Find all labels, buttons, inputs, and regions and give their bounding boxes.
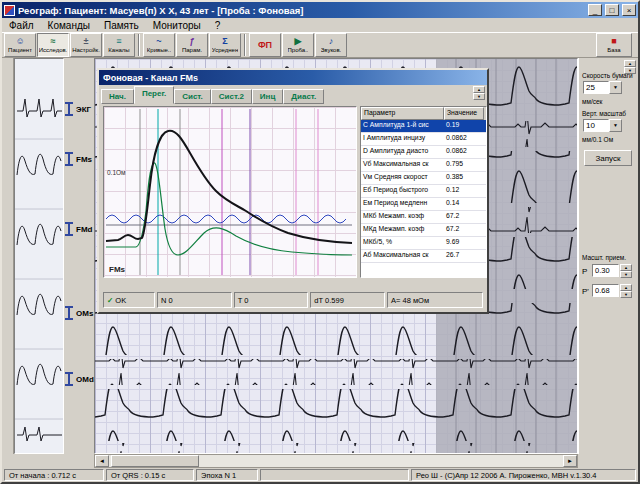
toolbar-sound-button[interactable]: ♪ Звуков. xyxy=(315,33,347,57)
scrollbar-thumb[interactable] xyxy=(111,455,199,467)
param-name: Еб Период быстрого xyxy=(361,185,444,197)
status-app-info: Рео Ш - (С)Апр 12 2006 А. Пироженко, МВН… xyxy=(411,469,636,481)
scroll-corner-right xyxy=(578,454,638,468)
toolbar-curves-button[interactable]: ~ Кривые.. xyxy=(143,33,175,57)
status-from-start: От начала : 0.712 с xyxy=(4,469,104,481)
param-value: 0.795 xyxy=(444,159,484,171)
toolbar-settings-button[interactable]: ± Настройк. xyxy=(70,33,102,57)
horizontal-scrollbar[interactable]: ◄ ► xyxy=(94,454,578,468)
toolbar-settings-label: Настройк. xyxy=(72,47,100,54)
param-value: 0.0862 xyxy=(444,133,484,145)
tab-sist[interactable]: Сист. xyxy=(174,89,211,104)
patient-icon: ☺ xyxy=(15,36,24,47)
table-row[interactable]: С Амплитуда 1-й сис0.19 xyxy=(361,120,486,133)
channel-label-column: ЭКГ FMs FMd OMs OMd xyxy=(64,58,94,454)
table-row[interactable]: Ем Период медленн0.14 xyxy=(361,198,486,211)
paper-speed-select[interactable]: 25 ▼ xyxy=(583,81,622,94)
menu-memory[interactable]: Память xyxy=(97,20,146,31)
bracket-icon xyxy=(65,102,73,116)
param-value: 67.2 xyxy=(444,211,484,223)
menu-file[interactable]: Файл xyxy=(2,20,41,31)
table-row[interactable]: МКб Межамп. коэф67.2 xyxy=(361,211,486,224)
menu-commands[interactable]: Команды xyxy=(41,20,97,31)
table-row[interactable]: Vм Средняя скорост0.385 xyxy=(361,172,486,185)
menu-monitors[interactable]: Мониторы xyxy=(146,20,208,31)
tab-inc[interactable]: Инц xyxy=(252,89,284,104)
param-name: МКб/5, % xyxy=(361,237,444,249)
table-row[interactable]: Vб Максимальная ск0.795 xyxy=(361,159,486,172)
ok-cell[interactable]: ✓OK xyxy=(103,292,155,308)
start-button[interactable]: Запуск xyxy=(584,150,632,166)
scroll-left-icon[interactable]: ◄ xyxy=(95,455,109,467)
param-name: Vм Средняя скорост xyxy=(361,172,444,184)
close-button[interactable]: × xyxy=(622,4,636,16)
chevron-down-icon: ▼ xyxy=(609,81,622,94)
toolbar-patient-label: Пациент xyxy=(8,47,32,54)
t-cell: T 0 xyxy=(234,292,309,308)
channel-ecg[interactable]: ЭКГ xyxy=(65,102,91,116)
param-header: Параметр xyxy=(361,107,444,120)
check-icon: ✓ xyxy=(107,296,113,305)
receiver-scale-label: Масшт. прием. xyxy=(582,254,626,261)
research-icon: ≈ xyxy=(51,36,56,47)
toolbar-base-label: База xyxy=(607,47,620,54)
toolbar-patient-button[interactable]: ☺ Пациент xyxy=(4,33,36,57)
status-spacer xyxy=(260,469,409,481)
toolbar-base-button[interactable]: ■ База xyxy=(596,33,632,57)
toolbar-separator xyxy=(244,34,246,56)
toolbar-channels-label: Каналы xyxy=(108,47,129,54)
table-row[interactable]: I Амплитуда инцизу0.0862 xyxy=(361,133,486,146)
toolbar-params-label: Парам. xyxy=(182,47,202,54)
table-row[interactable]: МКб/5, %9.69 xyxy=(361,237,486,250)
toolbar-params-button[interactable]: ƒ Парам. xyxy=(176,33,208,57)
param-name: МКд Межамп. коэф xyxy=(361,224,444,236)
table-row[interactable]: МКд Межамп. коэф67.2 xyxy=(361,224,486,237)
table-row[interactable]: Еб Период быстрого0.12 xyxy=(361,185,486,198)
vertical-scale-select[interactable]: 10 ▼ xyxy=(583,119,622,132)
table-row[interactable]: Аб Максимальная ск26.7 xyxy=(361,250,486,263)
p2-field[interactable]: 0.68 xyxy=(592,284,619,297)
toolbar-channels-button[interactable]: ≡ Каналы xyxy=(103,33,135,57)
menu-help[interactable]: ? xyxy=(208,20,228,31)
tab-nach[interactable]: Нач. xyxy=(101,89,134,104)
channel-oms[interactable]: OMs xyxy=(65,306,93,320)
toolbar-research-label: Исследов. xyxy=(39,47,68,54)
restore-button[interactable]: □ xyxy=(605,4,619,16)
vertical-scale-value: 10 xyxy=(583,119,609,132)
param-value: 0.14 xyxy=(444,198,484,210)
settings-icon: ± xyxy=(84,36,89,47)
app-icon xyxy=(4,5,15,16)
pulse-wave-chart[interactable]: 0.1Ом FMs xyxy=(103,106,357,278)
p1-field[interactable]: 0.30 xyxy=(592,264,619,277)
dialog-spinner[interactable]: ▲▼ xyxy=(473,86,485,100)
tab-pereg[interactable]: Перег. xyxy=(134,86,174,104)
analysis-dialog: Фоновая - Канал FMs Нач. Перег. Сист. Си… xyxy=(97,68,489,314)
minimize-button[interactable]: _ xyxy=(588,4,602,16)
toolbar-research-button[interactable]: ≈ Исследов. xyxy=(37,33,69,57)
channel-omd[interactable]: OMd xyxy=(65,372,94,386)
status-epoch: Эпоха N 1 xyxy=(196,469,258,481)
param-name: I Амплитуда инцизу xyxy=(361,133,444,145)
dt-cell: dT 0.599 xyxy=(310,292,385,308)
sigma-icon: Σ xyxy=(222,36,227,47)
toolbar-average-button[interactable]: Σ Усреднен xyxy=(209,33,241,57)
tab-diast[interactable]: Диаст. xyxy=(283,89,324,104)
dialog-title-bar[interactable]: Фоновая - Канал FMs xyxy=(99,70,487,85)
toolbar-fp-button[interactable]: ФП xyxy=(249,33,281,57)
param-value: 9.69 xyxy=(444,237,484,249)
tab-sist2[interactable]: Сист.2 xyxy=(211,89,252,104)
sound-icon: ♪ xyxy=(329,36,334,47)
table-row[interactable]: D Амплитуда диасто0.0862 xyxy=(361,146,486,159)
scroll-corner-left xyxy=(2,454,94,468)
p2-spinner[interactable]: ▲▼ xyxy=(620,284,632,298)
toolbar-probe-button[interactable]: ▶ Проба.. xyxy=(282,33,314,57)
p1-spinner[interactable]: ▲▼ xyxy=(620,264,632,278)
scroll-right-icon[interactable]: ► xyxy=(563,455,577,467)
channel-preview-panel[interactable] xyxy=(14,58,64,454)
channel-fmd[interactable]: FMd xyxy=(65,222,92,236)
parameter-table[interactable]: Параметр Значение С Амплитуда 1-й сис0.1… xyxy=(360,106,487,278)
channel-label: OMs xyxy=(76,309,93,318)
parameter-table-header: Параметр Значение xyxy=(361,107,486,120)
param-value: 67.2 xyxy=(444,224,484,236)
channel-fms[interactable]: FMs xyxy=(65,152,92,166)
